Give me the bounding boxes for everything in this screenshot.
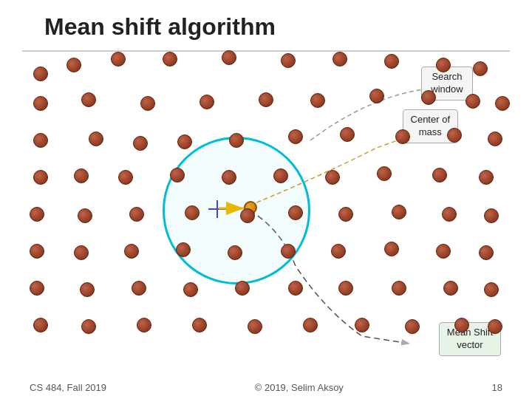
scatter-dot (442, 207, 457, 222)
scatter-dot (392, 281, 406, 296)
scatter-dot (436, 58, 451, 72)
scatter-dot (273, 168, 288, 183)
scatter-dot (432, 168, 447, 183)
slide-title: Mean shift algorithm (44, 13, 276, 41)
scatter-dot (133, 136, 148, 151)
scatter-dot (484, 208, 499, 223)
scatter-dot (30, 207, 44, 222)
scatter-dot (338, 207, 353, 222)
scatter-dot (288, 281, 303, 296)
scatter-dot (325, 170, 340, 185)
scatter-dot (421, 90, 436, 105)
scatter-dot (177, 134, 192, 149)
scatter-dot (185, 205, 200, 220)
scatter-dot (332, 52, 347, 66)
scatter-dot (447, 128, 462, 143)
scatter-dot (80, 282, 95, 297)
search-window-label: Searchwindow (431, 71, 463, 95)
scatter-dot (140, 96, 155, 111)
mean-shift-vector-label: Mean Shiftvector (447, 327, 493, 350)
scatter-dot (78, 208, 92, 223)
scatter-dot (288, 129, 303, 144)
scatter-dot (33, 133, 48, 148)
scatter-dot (111, 52, 126, 66)
scatter-dot (229, 133, 244, 148)
scatter-dot (331, 244, 346, 259)
scatter-dot (170, 168, 185, 183)
crosshair-vertical (216, 200, 218, 218)
scatter-dot (33, 170, 48, 185)
scatter-dot (377, 166, 392, 181)
scatter-dot (137, 318, 151, 332)
scatter-dot (235, 281, 250, 296)
scatter-dot (192, 318, 207, 332)
slide: Mean shift algorithm (0, 0, 532, 399)
scatter-dot (436, 244, 451, 259)
scatter-dot (81, 319, 96, 334)
scatter-dot (454, 318, 469, 332)
footer-left: CS 484, Fall 2019 (30, 382, 106, 393)
scatter-dot (240, 208, 255, 223)
scatter-dot (369, 89, 384, 103)
scatter-dot (118, 170, 133, 185)
scatter-dot (222, 50, 236, 65)
scatter-dot (30, 244, 44, 259)
center-of-mass-label: Center ofmass (411, 114, 450, 137)
scatter-dot (129, 207, 144, 222)
scatter-dot (384, 54, 399, 69)
scatter-dot (466, 94, 480, 109)
scatter-dot (30, 281, 44, 296)
scatter-dot (259, 92, 273, 107)
scatter-dot (479, 170, 494, 185)
scatter-dot (33, 96, 48, 111)
scatter-dot (281, 53, 296, 68)
scatter-dot (479, 245, 494, 260)
footer-right: 18 (492, 382, 502, 393)
scatter-dot (81, 92, 96, 107)
scatter-dot (355, 318, 369, 332)
scatter-dot (33, 66, 48, 81)
scatter-dot (392, 205, 406, 219)
scatter-dot (228, 245, 242, 260)
scatter-dot (310, 93, 325, 108)
scatter-dot (176, 242, 191, 257)
scatter-dot (281, 244, 296, 259)
scatter-dot (340, 127, 355, 142)
scatter-dot (200, 95, 214, 109)
scatter-dot (132, 281, 146, 296)
scatter-dot (303, 318, 318, 332)
divider (22, 50, 510, 52)
scatter-dot (163, 52, 177, 66)
scatter-dot (473, 61, 488, 76)
scatter-dot (338, 281, 353, 296)
scatter-dot (484, 282, 499, 297)
scatter-dot (124, 244, 139, 259)
scatter-dot (74, 245, 89, 260)
footer-center: © 2019, Selim Aksoy (255, 382, 344, 393)
scatter-dot (495, 96, 510, 111)
scatter-dot (248, 319, 262, 334)
scatter-dot (89, 132, 103, 146)
scatter-dot (74, 168, 89, 183)
scatter-dot (405, 319, 420, 334)
footer: CS 484, Fall 2019 © 2019, Selim Aksoy 18 (0, 382, 532, 393)
scatter-dot (443, 281, 458, 296)
scatter-dot (183, 282, 198, 297)
scatter-dot (384, 242, 399, 256)
scatter-dot (33, 318, 48, 332)
scatter-dot (488, 319, 502, 334)
scatter-dot (395, 129, 410, 144)
scatter-dot (222, 170, 236, 185)
scatter-dot (66, 58, 81, 72)
scatter-dot (288, 205, 303, 220)
scatter-dot (488, 132, 502, 146)
